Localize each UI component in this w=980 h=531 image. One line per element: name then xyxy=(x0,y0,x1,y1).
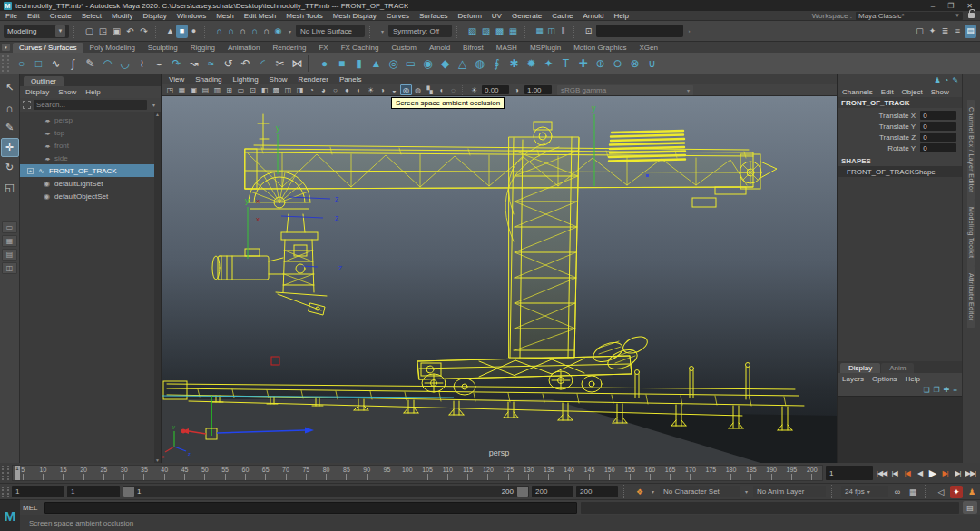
menu-item[interactable]: Edit Mesh xyxy=(244,12,277,20)
scroll-down-icon[interactable]: ▼ xyxy=(155,457,160,463)
select-by-component-icon[interactable]: ● xyxy=(188,25,200,38)
channel-box-menu-item[interactable]: Show xyxy=(931,88,949,96)
layout-single-pane[interactable]: ▭ xyxy=(2,221,17,233)
menu-item[interactable]: Mesh Display xyxy=(333,12,377,20)
Translate Y[interactable]: Translate Y 0 xyxy=(838,121,962,132)
time-tick[interactable]: 15 xyxy=(54,466,74,480)
shadows-icon[interactable]: ◑ xyxy=(377,84,388,95)
select-by-object-icon[interactable]: ■ xyxy=(176,25,188,38)
multisample-aa-icon[interactable]: ▚ xyxy=(424,84,436,95)
tool-settings-toggle-icon[interactable]: ≡ xyxy=(952,25,964,38)
looks-icon[interactable]: ◫ xyxy=(545,25,557,38)
current-time-marker[interactable]: 1 xyxy=(15,466,20,480)
time-tick[interactable]: 85 xyxy=(337,466,357,480)
view-cube-icon[interactable]: ◳ xyxy=(164,84,176,95)
time-tick[interactable]: 150 xyxy=(600,466,620,480)
group-separator[interactable] xyxy=(456,25,461,38)
motion-blur-icon[interactable]: ◍ xyxy=(412,84,424,95)
play-forwards-button[interactable]: ▶ xyxy=(926,467,938,480)
playblast-icon[interactable]: ▦ xyxy=(906,486,919,498)
shelf-tab[interactable]: FX xyxy=(312,43,334,53)
time-tick[interactable]: 65 xyxy=(256,466,276,480)
outliner-menu-item[interactable]: Show xyxy=(58,88,76,96)
2d-pan-zoom-icon[interactable]: ⊞ xyxy=(223,84,235,95)
viewport-menu-item[interactable]: Show xyxy=(270,75,288,84)
time-tick[interactable]: 70 xyxy=(276,466,296,480)
poly-pipe-icon[interactable]: ◍ xyxy=(471,54,488,72)
time-tick[interactable]: 145 xyxy=(579,466,599,480)
field-chart-icon[interactable]: ▩ xyxy=(270,84,282,95)
workspace-selector[interactable]: Maya Classic* ▼ xyxy=(856,12,963,20)
scale-tool[interactable]: ◱ xyxy=(1,178,19,197)
channel-box-dock-icon[interactable]: ♟ xyxy=(934,76,940,84)
outliner-item[interactable]: side xyxy=(20,152,161,164)
layer-editor-menu-item[interactable]: Help xyxy=(906,375,920,383)
expand-arrow-icon[interactable]: › xyxy=(685,28,693,34)
select-by-hierarchy-icon[interactable]: ▲ xyxy=(164,25,176,38)
time-tick[interactable]: 60 xyxy=(235,466,255,480)
menu-set-selector[interactable]: Modeling ▼ xyxy=(4,25,69,38)
cut-curve-icon[interactable]: ✂ xyxy=(271,54,289,72)
dock-tab[interactable]: Attribute Editor xyxy=(967,266,975,329)
time-tick[interactable]: 160 xyxy=(640,466,660,480)
move-layer-down-icon[interactable]: ≡ xyxy=(953,386,957,394)
shelf-tab[interactable]: Rendering xyxy=(266,43,312,53)
menu-item[interactable]: Surfaces xyxy=(419,12,448,20)
occlusion-culling-icon[interactable]: ◒ xyxy=(388,84,400,95)
pose-dock-icon[interactable]: ✎ xyxy=(952,76,958,84)
menu-item[interactable]: Edit xyxy=(27,12,40,20)
outliner-tab[interactable]: Outliner xyxy=(24,76,64,86)
anim-layer-selector[interactable]: No Anim Layer xyxy=(753,486,826,497)
menu-item[interactable]: Help xyxy=(614,12,629,20)
time-tick[interactable]: 125 xyxy=(498,466,518,480)
poly-pyramid-icon[interactable]: △ xyxy=(454,54,471,72)
empty-layer-icon[interactable]: ❏ xyxy=(923,386,929,394)
grip-handle[interactable] xyxy=(2,487,9,497)
pane-layout-icon[interactable]: ▦ xyxy=(176,84,188,95)
layer-editor-menu-item[interactable]: Options xyxy=(872,375,897,383)
time-tick[interactable]: 20 xyxy=(74,466,93,480)
nurbs-square-icon[interactable]: □ xyxy=(30,54,47,72)
time-tick[interactable]: 35 xyxy=(134,466,154,480)
view-transform-selector[interactable]: sRGB gamma ▾ xyxy=(557,85,693,95)
command-result-field[interactable] xyxy=(581,502,960,514)
poly-gear-icon[interactable]: ✱ xyxy=(505,54,523,72)
two-point-arc-icon[interactable]: ◡ xyxy=(116,54,133,72)
three-point-arc-icon[interactable]: ◠ xyxy=(99,54,116,72)
channel-box-menu-item[interactable]: Object xyxy=(902,88,923,96)
go-to-end-button[interactable]: ▶▶| xyxy=(965,467,976,480)
frame-all-icon[interactable]: ◔ xyxy=(306,84,318,95)
grip-handle[interactable] xyxy=(2,466,9,480)
layer-editor-menu-item[interactable]: Layers xyxy=(842,375,864,383)
time-tick[interactable]: 90 xyxy=(357,466,377,480)
poly-cone-icon[interactable]: ▲ xyxy=(368,54,385,72)
time-tick[interactable]: 45 xyxy=(174,466,194,480)
group-separator[interactable] xyxy=(74,25,78,38)
dock-tab[interactable]: Channel Box / Layer Editor xyxy=(967,100,975,200)
time-tick[interactable]: 95 xyxy=(377,466,397,480)
pencil-curve-icon[interactable]: ✎ xyxy=(82,54,99,72)
camera-attributes-icon[interactable]: ▣ xyxy=(188,84,200,95)
group-separator[interactable] xyxy=(155,25,160,38)
ep-curve-icon[interactable]: ∫ xyxy=(64,54,82,72)
outliner-item[interactable]: defaultLightSet xyxy=(20,177,161,190)
time-tick[interactable]: 50 xyxy=(195,466,215,480)
step-forward-key-button[interactable]: ▶| xyxy=(939,467,951,480)
time-tick[interactable]: 155 xyxy=(620,466,640,480)
minimize-button[interactable]: – xyxy=(931,2,935,10)
playback-end-field[interactable]: 200 xyxy=(532,486,573,497)
go-to-start-button[interactable]: |◀◀ xyxy=(876,467,887,480)
selection-highlight-icon[interactable]: ⊡ xyxy=(583,25,594,38)
layer-from-selected-icon[interactable]: ❐ xyxy=(934,386,940,394)
fps-selector[interactable]: 24 fps ▾ xyxy=(841,486,888,497)
menu-item[interactable]: Create xyxy=(50,12,72,20)
poly-helix-icon[interactable]: ∮ xyxy=(488,54,505,72)
outliner-item[interactable]: front xyxy=(20,139,161,152)
attach-curves-icon[interactable]: ≀ xyxy=(133,54,151,72)
range-start-handle[interactable] xyxy=(123,487,134,497)
render-settings-icon[interactable]: ▦ xyxy=(506,25,520,38)
shelf-tab[interactable]: Motion Graphics xyxy=(567,43,632,53)
shelf-tab[interactable]: Sculpting xyxy=(142,43,184,53)
chevron-down-icon[interactable]: ▾ xyxy=(378,28,387,34)
chevron-down-icon[interactable]: ▾ xyxy=(649,488,657,495)
